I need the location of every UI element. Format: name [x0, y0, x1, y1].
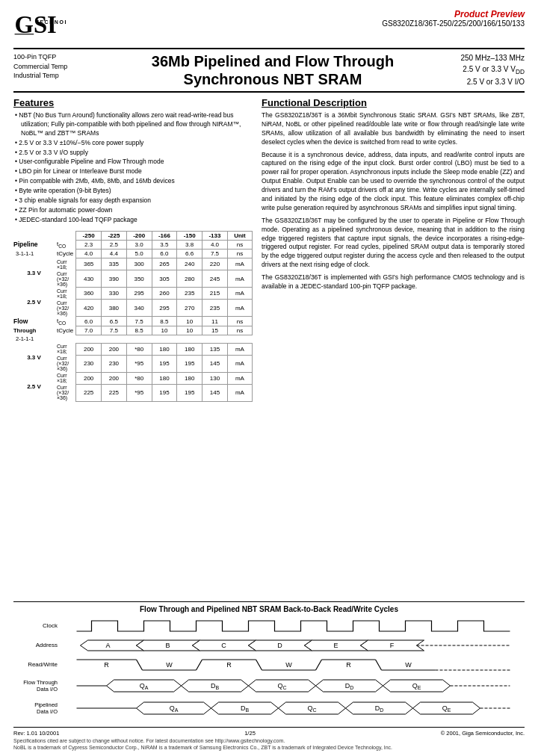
footer-rev: Rev: 1.01 10/2001	[13, 730, 59, 737]
cell: 200	[102, 343, 127, 355]
cell: 7.0	[76, 326, 102, 335]
svg-text:D: D	[277, 642, 282, 649]
curr-x36-p33: Curr (×32/×36)	[55, 270, 76, 288]
cell: ns	[227, 326, 252, 335]
feature-item: 3 chip enable signals for easy depth exp…	[13, 196, 253, 205]
footer-copyright: © 2001, Giga Semiconductor, Inc.	[441, 730, 525, 737]
col-header-unit: Unit	[227, 231, 252, 240]
cell: 145	[202, 355, 228, 372]
func-desc-title: Functional Description	[262, 97, 525, 108]
cell: mA	[227, 355, 252, 372]
func-para-2: Because it is a synchronous device, addr…	[262, 151, 525, 213]
cell: mA	[227, 288, 252, 300]
cell: 335	[102, 258, 127, 270]
cell: 265	[152, 258, 177, 270]
product-preview-label: Product Preview	[382, 9, 525, 19]
svg-text:W: W	[285, 661, 292, 669]
address-label: Address	[13, 642, 62, 649]
page: GSI TECHNOLOGY Product Preview GS8320Z18…	[0, 0, 538, 756]
address-signal: A B C D E F	[62, 637, 525, 654]
flow-through-label: Flow	[13, 317, 55, 326]
svg-text:W: W	[166, 661, 173, 669]
voltage-33-flow: 3.3 V	[13, 343, 55, 372]
cell: *95	[126, 384, 152, 401]
cell: 260	[152, 288, 177, 300]
cell: 195	[152, 384, 177, 401]
flowthrough-label: Flow ThroughData I/O	[13, 679, 62, 693]
clock-signal	[62, 618, 525, 634]
left-column: Features NBT (No Bus Turn Around) functi…	[13, 97, 253, 595]
cell: 225	[102, 384, 127, 401]
cell: 235	[177, 288, 202, 300]
flow-tco: tCO	[55, 317, 76, 326]
clock-row: Clock	[13, 618, 525, 634]
commercial-temp: Commercial Temp	[13, 62, 97, 72]
readwrite-label: Read/Write	[13, 661, 62, 669]
main-content: Features NBT (No Bus Turn Around) functi…	[13, 97, 525, 595]
voltage-25-flow: 2.5 V	[13, 372, 55, 401]
cell: 230	[76, 355, 102, 372]
flowthrough-row: Flow ThroughData I/O QA DB QC DD	[13, 676, 525, 695]
flow-sub2: 2-1-1-1	[13, 335, 55, 343]
cell: 270	[177, 300, 202, 317]
cell: 245	[202, 270, 228, 288]
feature-item: ZZ Pin for automatic power-down	[13, 206, 253, 215]
feature-item: Byte write operation (9-bit Bytes)	[13, 187, 253, 196]
flow-tcycle: tCycle	[55, 326, 76, 335]
cell: 6.0	[152, 250, 177, 258]
cell: 215	[202, 288, 228, 300]
cell: 8.5	[126, 326, 152, 335]
svg-line-22	[197, 660, 202, 670]
functional-description: The GS8320Z18/36T is a 36Mbit Synchronou…	[262, 111, 525, 291]
cell: mA	[227, 270, 252, 288]
cell: 365	[76, 258, 102, 270]
cell: 235	[202, 300, 228, 317]
company-logo: GSI TECHNOLOGY	[13, 9, 66, 45]
col-header-225: -225	[102, 231, 127, 240]
func-para-4: The GS8320Z18/36T is implemented with GS…	[262, 273, 525, 291]
cell: 340	[126, 300, 152, 317]
title-line1: 36Mb Pipelined and Flow Through	[109, 52, 436, 70]
title-right: 250 MHz–133 MHz 2.5 V or 3.3 V VDD 2.5 V…	[442, 52, 525, 88]
cell: 145	[202, 384, 228, 401]
pipelined-label: PipelinedData I/O	[13, 701, 62, 715]
cell: 295	[126, 288, 152, 300]
cell: mA	[227, 372, 252, 384]
pipeline-label: Pipeline	[13, 240, 55, 250]
col-header-200: -200	[126, 231, 152, 240]
svg-text:F: F	[390, 642, 395, 649]
right-column: Functional Description The GS8320Z18/36T…	[262, 97, 525, 595]
voltage-io: 2.5 V or 3.3 V I/O	[442, 76, 525, 87]
cell: mA	[227, 384, 252, 401]
curr-x18-f33: Curr ×18;	[55, 343, 76, 355]
curr-x18-p25: Curr ×18;	[55, 288, 76, 300]
cell: 300	[126, 258, 152, 270]
title-left: 100-Pin TQFP Commercial Temp Industrial …	[13, 52, 103, 88]
cell: 420	[76, 300, 102, 317]
industrial-temp: Industrial Temp	[13, 71, 97, 81]
header: GSI TECHNOLOGY Product Preview GS8320Z18…	[13, 9, 525, 45]
cell: 280	[177, 270, 202, 288]
cell: 390	[102, 270, 127, 288]
cell: 4.4	[102, 250, 127, 258]
cell: 240	[177, 258, 202, 270]
cell: 200	[76, 343, 102, 355]
cell: 430	[76, 270, 102, 288]
svg-text:R: R	[346, 661, 351, 669]
cell: mA	[227, 343, 252, 355]
svg-text:B: B	[165, 642, 170, 649]
cell: 305	[152, 270, 177, 288]
footer-page: 1/25	[244, 730, 256, 737]
svg-text:E: E	[333, 642, 338, 649]
cell: 7.5	[202, 250, 228, 258]
cell: 3.5	[152, 240, 177, 250]
svg-text:R: R	[226, 661, 232, 669]
feature-item: 2.5 V or 3.3 V ±10%/−5% core power suppl…	[13, 139, 253, 148]
title-center: 36Mb Pipelined and Flow Through Synchron…	[103, 52, 442, 88]
address-row: Address A B C D	[13, 637, 525, 654]
freq-range: 250 MHz–133 MHz	[442, 52, 525, 63]
cell: 180	[177, 343, 202, 355]
cell: *80	[126, 372, 152, 384]
svg-line-19	[137, 660, 143, 670]
cell: 4.0	[76, 250, 102, 258]
